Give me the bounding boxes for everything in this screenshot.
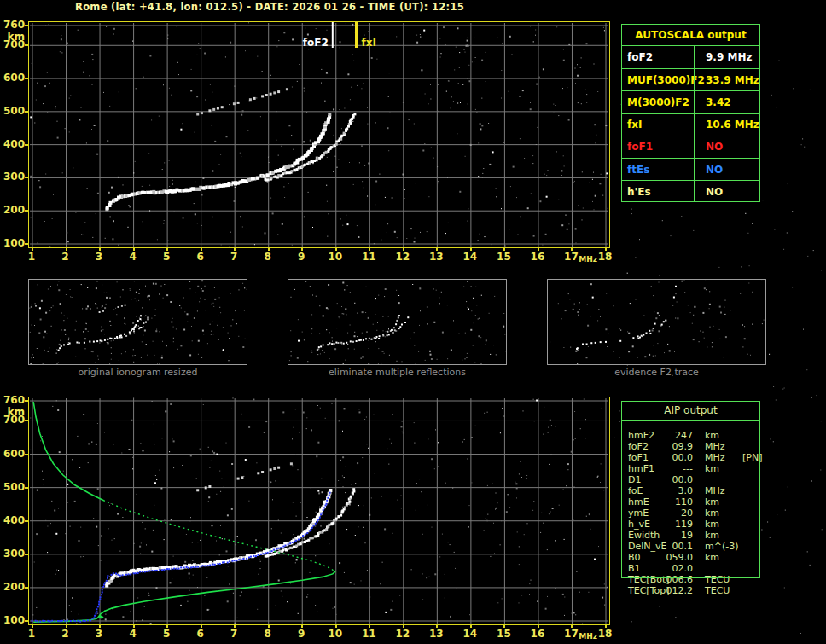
x-axis-tickmark (201, 248, 202, 251)
x-axis-tickmark (403, 248, 404, 251)
fof2-marker-label: foF2 (303, 37, 329, 49)
x-axis-tickmark (335, 625, 337, 628)
x-axis-tick-label: 1 (21, 251, 42, 263)
aip-value: 00.0 (652, 474, 693, 485)
autoscala-row-label: foF1 (622, 136, 694, 158)
plot-top-canvas: foF2fxI (29, 22, 609, 247)
x-axis-tick-label: 6 (190, 628, 211, 640)
x-axis-tick-label: 6 (190, 251, 211, 263)
x-axis-tickmark (369, 248, 370, 251)
aip-value: 19 (652, 530, 693, 541)
autoscala-row-h-es: h'EsNO (622, 180, 759, 202)
x-axis-tickmark (133, 625, 135, 628)
autoscala-row-value: 10.6 MHz (694, 114, 759, 136)
aip-value: 3.0 (652, 485, 693, 496)
aip-value: 119 (652, 519, 693, 530)
x-axis-tick-label: 9 (291, 251, 311, 263)
trace-autoscala-fitted-trace (32, 492, 331, 623)
y-axis-tickmark (25, 78, 28, 79)
autoscala-output-table: AUTOSCALA output foF29.9 MHzMUF(3000)F23… (621, 24, 760, 202)
aip-row-b1: B102.0 (621, 563, 760, 574)
y-axis-tick-label: 300 (0, 171, 25, 183)
aip-row-deln-ve: DelN_vE00.1m^(-3) (621, 541, 760, 552)
autoscala-row-fof2: foF29.9 MHz (622, 46, 759, 68)
y-axis-tickmark (25, 520, 28, 522)
aip-value: 059.0 (652, 552, 693, 563)
autoscala-row-value: NO (694, 136, 759, 158)
aip-label: h_vE (628, 519, 650, 530)
y-axis-tick-label: 200 (0, 581, 25, 593)
thumb-traces (58, 305, 149, 351)
autoscala-output-screen: { "window": { "title": "Rome (lat: +41.8… (0, 0, 826, 644)
x-axis-tickmark (538, 625, 539, 628)
x-axis-tickmark (436, 248, 438, 251)
aip-unit: km (705, 519, 719, 530)
y-axis-tickmark (25, 620, 28, 622)
x-axis-tick-label: 11 (358, 251, 379, 263)
y-axis-tick-label: 200 (0, 204, 25, 216)
x-axis-tickmark (66, 248, 67, 251)
aip-unit: TECU (705, 585, 730, 596)
aip-value: 247 (652, 430, 693, 441)
x-axis-tick-label: 15 (493, 628, 514, 640)
y-axis-tick-label: 400 (0, 138, 25, 150)
y-axis-unit-label: km (0, 406, 25, 418)
x-axis-unit-label: MHz (579, 255, 597, 264)
aip-unit: km (705, 463, 719, 474)
aip-table-rows: hmF2247kmfoF209.9MHzfoF100.0MHz[PN]hmF1-… (621, 430, 760, 596)
x-axis-tickmark (32, 248, 33, 251)
thumbnail-caption-eliminate: eliminate multiple reflections (288, 367, 507, 378)
x-axis-tick-label: 13 (426, 251, 446, 263)
aip-row-hmf1: hmF1---km (621, 463, 760, 474)
aip-row-tec-top-: TEC[Top]012.2TECU (621, 585, 760, 596)
aip-unit: MHz (705, 452, 725, 463)
y-axis-tick-label: 400 (0, 514, 25, 526)
aip-row-hme: hmE110km (621, 496, 760, 508)
x-axis-tickmark (32, 625, 33, 628)
autoscala-row-value: 9.9 MHz (694, 46, 759, 68)
y-axis-unit-label: km (0, 31, 25, 43)
x-axis-tick-label: 11 (358, 628, 379, 640)
aip-value: 20 (652, 508, 693, 519)
aip-label: foE (628, 485, 643, 496)
x-axis-tick-label: 7 (224, 628, 244, 640)
y-axis-tickmark (25, 487, 28, 489)
y-axis-tick-label: 100 (0, 237, 25, 249)
x-axis-tick-label: 10 (325, 628, 346, 640)
aip-label: ymE (628, 508, 649, 519)
page-title: Rome (lat: +41.8, lon: 012.5) - DATE: 20… (75, 1, 464, 13)
thumb-2-canvas (548, 280, 765, 364)
x-axis-tick-label: 3 (89, 628, 109, 640)
x-axis-tickmark (234, 625, 236, 628)
x-axis-tickmark (470, 625, 472, 628)
autoscala-row-fxi: fxI10.6 MHz (622, 113, 759, 136)
aip-label: hmE (628, 496, 649, 508)
aip-row-hmf2: hmF2247km (621, 430, 760, 441)
x-axis-tickmark (571, 625, 573, 628)
x-axis-tick-label: 12 (393, 628, 413, 640)
y-axis-tick-label: 100 (0, 614, 25, 626)
y-axis-tickmark (25, 454, 28, 455)
autoscala-row-value: NO (694, 159, 759, 180)
autoscala-row-value: 33.9 MHz (694, 69, 759, 90)
aip-row-fof2: foF209.9MHz (621, 441, 760, 452)
autoscala-row-label: foF2 (622, 46, 694, 68)
aip-unit: km (705, 508, 719, 519)
aip-row-yme: ymE20km (621, 508, 760, 519)
x-axis-tickmark (234, 248, 236, 251)
y-axis-tick-label: 760 (0, 394, 25, 406)
aip-row-foe: foE3.0MHz (621, 485, 760, 496)
autoscala-row-label: fxI (622, 114, 694, 136)
y-axis-tickmark (25, 44, 28, 46)
x-axis-tick-label: 8 (258, 628, 278, 640)
y-axis-tick-label: 500 (0, 481, 25, 493)
autoscala-table-title: AUTOSCALA output (622, 25, 759, 46)
x-axis-tickmark (538, 248, 539, 251)
x-axis-tick-label: 16 (527, 251, 548, 263)
y-axis-tick-label: 500 (0, 105, 25, 117)
thumb-traces (317, 315, 409, 351)
y-axis-tickmark (25, 25, 28, 26)
x-axis-tick-label: 9 (291, 628, 311, 640)
aip-unit: MHz (705, 485, 725, 496)
x-axis-tickmark (301, 248, 303, 251)
